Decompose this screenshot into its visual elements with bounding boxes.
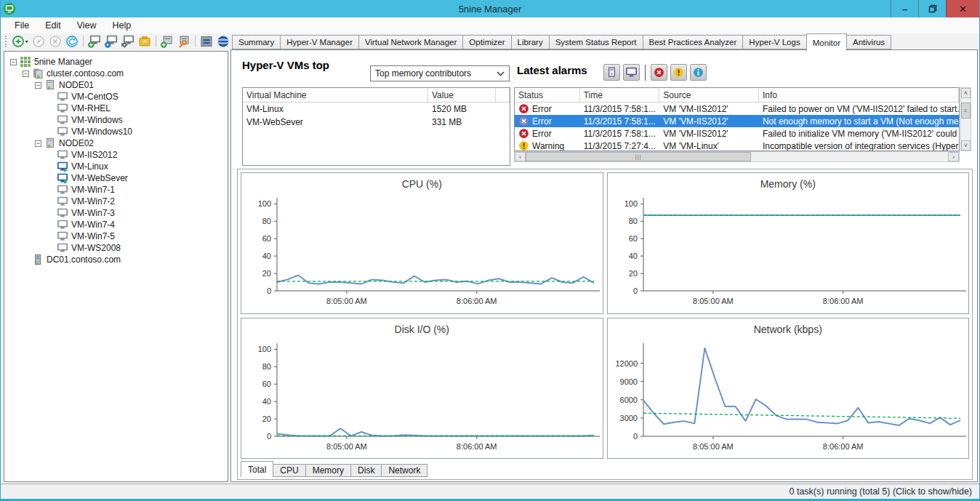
add-button[interactable] — [12, 34, 29, 49]
delete-button[interactable] — [48, 34, 63, 49]
column-header[interactable]: Source — [659, 88, 759, 102]
tree-item-label: VM-RHEL — [71, 103, 111, 113]
tab-virtual-network-manager[interactable]: Virtual Network Manager — [358, 35, 463, 49]
svg-text:12000: 12000 — [615, 358, 638, 367]
chart-tab-cpu[interactable]: CPU — [273, 464, 305, 477]
vm-top-row[interactable]: VM-Linux1520 MB — [243, 103, 510, 116]
tree-item-vm-rhel[interactable]: VM-RHEL — [4, 103, 228, 114]
close-button[interactable]: ✕ — [946, 0, 979, 17]
tree-item-vm-win7-4[interactable]: VM-Win7-4 — [4, 219, 228, 231]
tree-item-vm-ws2008[interactable]: VM-WS2008 — [4, 242, 228, 254]
alarms-vscrollbar[interactable]: ˄ ≡ ˅ — [960, 87, 971, 151]
column-header[interactable]: Time — [580, 88, 660, 102]
alarm-separator — [645, 65, 646, 81]
tab-library[interactable]: Library — [511, 35, 550, 49]
column-header[interactable]: Info — [759, 88, 959, 102]
hscroll-thumb[interactable]: ||| — [526, 152, 751, 161]
tree-item-vm-win7-2[interactable]: VM-Win7-2 — [4, 196, 228, 207]
tree-item-vm-win7-1[interactable]: VM-Win7-1 — [4, 184, 228, 196]
tree-item-5nine-manager[interactable]: −5nine Manager — [4, 56, 228, 68]
vm-icon — [57, 114, 68, 126]
vm-top-row[interactable]: VM-WebSever331 MB — [243, 116, 510, 129]
tree-item-label: VM-Win7-1 — [71, 185, 115, 195]
filter-hosts-button[interactable] — [603, 64, 620, 81]
tree-item-vm-windows[interactable]: VM-Windows — [4, 114, 228, 126]
tab-optimizer[interactable]: Optimizer — [462, 35, 511, 49]
vm-start-icon — [104, 34, 119, 49]
chart-tab-memory[interactable]: Memory — [305, 464, 351, 477]
vm-settings-button[interactable] — [121, 34, 135, 49]
tree-item-vm-win7-5[interactable]: VM-Win7-5 — [4, 231, 228, 242]
tree-item-node02[interactable]: −NODE02 — [4, 137, 228, 149]
new-host-button[interactable] — [160, 34, 174, 49]
tree-item-cluster-contoso-com[interactable]: −cluster.contoso.com — [4, 68, 228, 79]
scroll-down-arrow-icon[interactable]: ˅ — [961, 140, 971, 151]
tree-item-vm-centos[interactable]: VM-CentOS — [4, 91, 228, 103]
scroll-left-arrow-icon[interactable]: ‹ — [515, 152, 526, 161]
chart-title: CPU (%) — [241, 173, 603, 193]
column-header[interactable]: Value — [428, 88, 496, 102]
tree-expander-icon[interactable]: − — [10, 59, 17, 65]
chart-tab-total[interactable]: Total — [241, 461, 273, 477]
dc-icon — [32, 254, 44, 265]
new-vm-button[interactable] — [87, 34, 102, 49]
filter-info-button[interactable] — [690, 64, 707, 81]
alarms-hscrollbar[interactable]: ‹ ||| › — [514, 151, 960, 162]
tab-hyper-v-manager[interactable]: Hyper-V Manager — [280, 35, 359, 49]
scroll-right-arrow-icon[interactable]: › — [948, 152, 959, 161]
tree-item-dc01-contoso-com[interactable]: DC01.contoso.com — [4, 254, 228, 265]
start-vm-button[interactable] — [104, 34, 119, 49]
column-header[interactable] — [496, 88, 510, 102]
filter-errors-button[interactable] — [651, 64, 667, 81]
tab-system-status-report[interactable]: System Status Report — [549, 35, 643, 49]
tree-item-vm-websever[interactable]: VM-WebSever — [4, 172, 228, 184]
chart-tab-disk[interactable]: Disk — [350, 464, 382, 477]
tree-item-vm-windows10[interactable]: VM-Windows10 — [4, 126, 228, 137]
svg-text:60: 60 — [262, 380, 271, 388]
svg-text:9000: 9000 — [619, 377, 637, 385]
alarm-row[interactable]: Error11/3/2015 7:58:1...VM 'VM-IIS2012'N… — [515, 115, 959, 127]
filter-vms-button[interactable] — [623, 64, 640, 81]
monitor-panel: Hyper-V VMs top Top memory contributors … — [230, 49, 978, 482]
chart-tab-network[interactable]: Network — [381, 464, 427, 477]
scroll-up-arrow-icon[interactable]: ˄ — [961, 88, 971, 98]
alarm-row[interactable]: Error11/3/2015 7:58:1...VM 'VM-IIS2012'F… — [515, 127, 959, 140]
tree-expander-icon[interactable]: − — [35, 82, 41, 89]
tree-expander-icon[interactable]: − — [23, 71, 29, 77]
error-icon — [518, 128, 529, 139]
menu-edit[interactable]: Edit — [37, 20, 69, 31]
tree-item-vm-iis2012[interactable]: VM-IIS2012 — [4, 149, 228, 161]
tree-expander-icon[interactable]: − — [35, 140, 41, 147]
tab-summary[interactable]: Summary — [232, 35, 281, 49]
minimize-button[interactable]: – — [891, 0, 918, 17]
vm-top-filter-select[interactable]: Top memory contributors — [370, 65, 510, 81]
alarms-table-header: StatusTimeSourceInfo — [515, 88, 959, 103]
column-header[interactable]: Virtual Machine — [243, 88, 428, 102]
tab-antivirus[interactable]: Antivirus — [846, 35, 891, 49]
alarm-row[interactable]: Warning11/3/2015 7:27:4...VM 'VM-Linux'I… — [515, 140, 959, 151]
network-button[interactable] — [216, 34, 230, 49]
vm-icon — [57, 126, 68, 137]
filter-warnings-button[interactable] — [670, 64, 687, 81]
credentials-button[interactable] — [137, 34, 152, 49]
console-button[interactable] — [199, 34, 214, 49]
restore-button[interactable] — [918, 0, 946, 17]
alarm-row[interactable]: Error11/3/2015 7:58:1...VM 'VM-IIS2012'F… — [515, 103, 959, 115]
manage-host-button[interactable] — [177, 34, 191, 49]
edit-button[interactable] — [31, 34, 46, 49]
tab-monitor[interactable]: Monitor — [806, 33, 847, 51]
tree-item-node01[interactable]: −NODE01 — [4, 79, 228, 91]
tree-item-label: VM-Win7-4 — [71, 220, 115, 230]
menu-view[interactable]: View — [69, 20, 105, 31]
refresh-button[interactable] — [65, 34, 79, 49]
menu-file[interactable]: File — [7, 20, 37, 31]
tree-item-vm-linux[interactable]: VM-Linux — [4, 161, 228, 172]
tab-hyper-v-logs[interactable]: Hyper-V Logs — [742, 35, 806, 49]
tab-best-practices-analyzer[interactable]: Best Practices Analyzer — [643, 35, 744, 49]
status-bar[interactable]: 0 task(s) running (total 5) (Click to sh… — [1, 484, 979, 499]
vscroll-thumb[interactable]: ≡ — [961, 103, 971, 119]
task-status-text[interactable]: 0 task(s) running (total 5) (Click to sh… — [790, 486, 972, 497]
column-header[interactable]: Status — [515, 88, 580, 102]
tree-item-vm-win7-3[interactable]: VM-Win7-3 — [4, 207, 228, 219]
menu-help[interactable]: Help — [105, 20, 140, 31]
